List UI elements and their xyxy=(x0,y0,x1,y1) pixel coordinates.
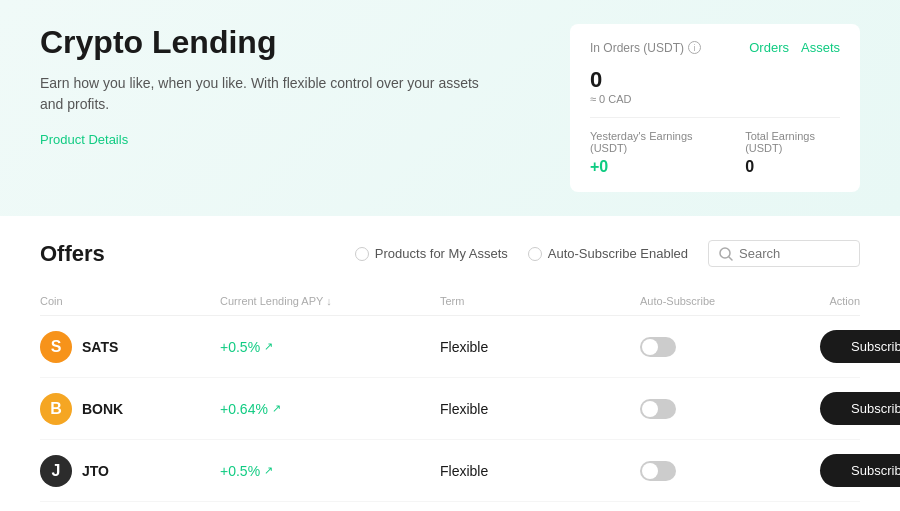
svg-line-1 xyxy=(729,257,732,260)
info-icon[interactable]: i xyxy=(688,41,701,54)
subscribe-button-jto[interactable]: Subscribe xyxy=(820,454,900,487)
table-row: S SATS +0.5% ↗ Flexible Subscribe xyxy=(40,316,860,378)
coin-cell: B BONK xyxy=(40,393,220,425)
left-info: Crypto Lending Earn how you like, when y… xyxy=(40,24,530,192)
yesterday-earnings-value: +0 xyxy=(590,158,608,175)
coin-icon-jto: J xyxy=(40,455,72,487)
search-icon xyxy=(719,247,733,261)
apy-value-sats: +0.5% ↗ xyxy=(220,339,440,355)
offers-controls: Products for My Assets Auto-Subscribe En… xyxy=(355,240,860,267)
top-section: Crypto Lending Earn how you like, when y… xyxy=(0,0,900,216)
chart-icon-sats: ↗ xyxy=(264,340,273,353)
table-row: B BONK +0.64% ↗ Flexible Subscribe xyxy=(40,378,860,440)
apy-value-bonk: +0.64% ↗ xyxy=(220,401,440,417)
toggle-bonk[interactable] xyxy=(640,399,676,419)
total-earnings: Total Earnings (USDT) 0 xyxy=(745,130,840,176)
stats-nav: Orders Assets xyxy=(749,40,840,55)
toggle-sats[interactable] xyxy=(640,337,676,357)
apy-value-jto: +0.5% ↗ xyxy=(220,463,440,479)
in-orders-value-section: 0 ≈ 0 CAD xyxy=(590,67,840,105)
total-earnings-label: Total Earnings (USDT) xyxy=(745,130,840,154)
my-assets-radio[interactable] xyxy=(355,247,369,261)
chart-icon-bonk: ↗ xyxy=(272,402,281,415)
term-value-jto: Flexible xyxy=(440,463,640,479)
col-coin: Coin xyxy=(40,295,220,307)
action-cell-bonk: Subscribe xyxy=(820,392,900,425)
total-earnings-value: 0 xyxy=(745,158,754,175)
in-orders-label: In Orders (USDT) i xyxy=(590,41,701,55)
table-row: U USTC +0.5% ↗ Flexible Subscribe xyxy=(40,502,860,511)
product-details-link[interactable]: Product Details xyxy=(40,132,128,147)
cad-value: ≈ 0 CAD xyxy=(590,93,840,105)
orders-link[interactable]: Orders xyxy=(749,40,789,55)
coin-cell: J JTO xyxy=(40,455,220,487)
term-value-bonk: Flexible xyxy=(440,401,640,417)
my-assets-filter[interactable]: Products for My Assets xyxy=(355,246,508,261)
assets-link[interactable]: Assets xyxy=(801,40,840,55)
yesterday-earnings-label: Yesterday's Earnings (USDT) xyxy=(590,130,713,154)
subscribe-button-sats[interactable]: Subscribe xyxy=(820,330,900,363)
chart-icon-jto: ↗ xyxy=(264,464,273,477)
coin-name-jto: JTO xyxy=(82,463,109,479)
search-box xyxy=(708,240,860,267)
earnings-row: Yesterday's Earnings (USDT) +0 Total Ear… xyxy=(590,130,840,176)
coin-name-sats: SATS xyxy=(82,339,118,355)
offers-title: Offers xyxy=(40,241,105,267)
action-cell-sats: Subscribe xyxy=(820,330,900,363)
coin-icon-bonk: B xyxy=(40,393,72,425)
auto-subscribe-filter[interactable]: Auto-Subscribe Enabled xyxy=(528,246,688,261)
auto-subscribe-radio[interactable] xyxy=(528,247,542,261)
toggle-container-sats xyxy=(640,337,820,357)
yesterday-earnings: Yesterday's Earnings (USDT) +0 xyxy=(590,130,713,176)
coin-cell: S SATS xyxy=(40,331,220,363)
toggle-container-bonk xyxy=(640,399,820,419)
subscribe-button-bonk[interactable]: Subscribe xyxy=(820,392,900,425)
coin-name-bonk: BONK xyxy=(82,401,123,417)
offers-header: Offers Products for My Assets Auto-Subsc… xyxy=(40,240,860,267)
table-row: J JTO +0.5% ↗ Flexible Subscribe xyxy=(40,440,860,502)
col-auto-subscribe: Auto-Subscribe xyxy=(640,295,820,307)
offers-section: Offers Products for My Assets Auto-Subsc… xyxy=(0,216,900,511)
col-apy: Current Lending APY ↓ xyxy=(220,295,440,307)
search-input[interactable] xyxy=(739,246,849,261)
table-header: Coin Current Lending APY ↓ Term Auto-Sub… xyxy=(40,287,860,316)
table-body: S SATS +0.5% ↗ Flexible Subscribe B BONK… xyxy=(40,316,860,511)
col-action: Action xyxy=(820,295,860,307)
divider xyxy=(590,117,840,118)
stats-header: In Orders (USDT) i Orders Assets xyxy=(590,40,840,55)
toggle-container-jto xyxy=(640,461,820,481)
toggle-jto[interactable] xyxy=(640,461,676,481)
in-orders-value: 0 xyxy=(590,67,840,93)
action-cell-jto: Subscribe xyxy=(820,454,900,487)
coin-icon-sats: S xyxy=(40,331,72,363)
page-title: Crypto Lending xyxy=(40,24,530,61)
col-term: Term xyxy=(440,295,640,307)
term-value-sats: Flexible xyxy=(440,339,640,355)
stats-card: In Orders (USDT) i Orders Assets 0 ≈ 0 C… xyxy=(570,24,860,192)
subtitle: Earn how you like, when you like. With f… xyxy=(40,73,480,115)
